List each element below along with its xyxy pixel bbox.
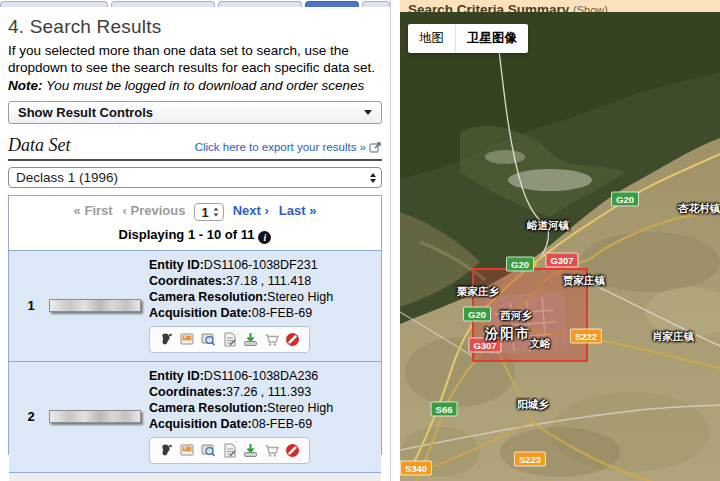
map-type-control: 地图 卫星图像 xyxy=(408,24,528,53)
acquisition-date-label: Acquisition Date: xyxy=(149,417,252,431)
road-shield: S223 xyxy=(514,452,546,467)
coordinates-value: 37.18 , 111.418 xyxy=(226,274,311,288)
pagination: « First‹ Previous1Next ›Last » xyxy=(9,196,381,224)
road-shield: G307 xyxy=(545,253,578,268)
road-shield: G20 xyxy=(611,192,639,207)
summary-show-toggle[interactable]: (Show) xyxy=(573,4,608,12)
compare-browse-icon[interactable] xyxy=(200,442,217,459)
satellite-view-button[interactable]: 卫星图像 xyxy=(455,24,528,53)
dataset-divider xyxy=(8,159,382,161)
note-text: You must be logged in to download and or… xyxy=(46,78,364,93)
entity-id-label: Entity ID: xyxy=(149,258,204,272)
road-shield: G20 xyxy=(506,257,534,272)
entity-id-value: DS1106-1038DA236 xyxy=(204,369,318,383)
exclude-scene-icon[interactable] xyxy=(284,442,301,459)
result-controls-label: Show Result Controls xyxy=(18,105,153,120)
page-select-spinner-icon xyxy=(213,207,219,217)
acquisition-date-value: 08-FEB-69 xyxy=(252,417,312,431)
login-note: Note: You must be logged in to download … xyxy=(8,78,382,94)
show-browse-overlay-icon[interactable] xyxy=(179,331,196,348)
camera-resolution-label: Camera Resolution: xyxy=(149,290,267,304)
camera-resolution-value: Stereo High xyxy=(267,401,333,415)
tab-results-active[interactable] xyxy=(305,1,359,7)
step-tabstrip xyxy=(0,0,390,7)
show-browse-overlay-icon[interactable] xyxy=(179,442,196,459)
dataset-select[interactable]: Declass 1 (1996) xyxy=(8,167,382,188)
add-to-cart-icon[interactable] xyxy=(263,331,280,348)
summary-header-title: Search Criteria Summary (Show) xyxy=(408,2,608,12)
tab-data-sets[interactable] xyxy=(111,1,215,7)
results-description: If you selected more than one data set t… xyxy=(8,42,382,76)
map-town-label: 杏花村镇 xyxy=(678,202,720,216)
search-results-panel: 4. Search Results If you selected more t… xyxy=(0,0,391,481)
camera-resolution-label: Camera Resolution: xyxy=(149,401,267,415)
tab-filler xyxy=(362,1,390,7)
download-options-icon[interactable] xyxy=(242,442,259,459)
download-options-icon[interactable] xyxy=(242,331,259,348)
result-index: 1 xyxy=(13,257,49,353)
road-shield: S66 xyxy=(431,402,458,417)
entity-id-label: Entity ID: xyxy=(149,369,204,383)
compare-browse-icon[interactable] xyxy=(200,331,217,348)
pagination-previous: ‹ Previous xyxy=(123,203,186,218)
note-label: Note: xyxy=(8,78,43,93)
result-row-3: Entity ID:DS1106-1038DF230 xyxy=(9,472,381,481)
tab-search-criteria[interactable] xyxy=(0,1,108,7)
scene-thumbnail[interactable] xyxy=(49,299,141,312)
map-town-label: 肖家庄镇 xyxy=(652,330,694,344)
search-criteria-summary-header: Search Criteria Summary (Show) xyxy=(400,0,720,12)
scene-toolbar xyxy=(149,326,310,353)
displaying-count: Displaying 1 - 10 of 11i xyxy=(9,224,381,250)
coordinates-label: Coordinates: xyxy=(149,274,226,288)
earthexplorer-app: 4. Search Results If you selected more t… xyxy=(0,0,720,481)
map-town-label: 贾家庄镇 xyxy=(563,274,605,288)
result-row-1: 1 Entity ID:DS1106-1038DF231 Coordinates… xyxy=(9,250,381,361)
result-index: 2 xyxy=(13,368,49,464)
add-to-cart-icon[interactable] xyxy=(263,442,280,459)
coordinates-value: 37.26 , 111.393 xyxy=(226,385,311,399)
export-link-text: Click here to export your results » xyxy=(195,141,366,153)
map-town-label: 西河乡 xyxy=(500,309,532,323)
result-row-2: 2 Entity ID:DS1106-1038DA236 Coordinates… xyxy=(9,361,381,472)
show-result-controls-dropdown[interactable]: Show Result Controls xyxy=(8,101,382,124)
camera-resolution-value: Stereo High xyxy=(267,290,333,304)
acquisition-date-label: Acquisition Date: xyxy=(149,306,252,320)
map-city-label: 汾阳市 xyxy=(485,325,532,343)
footprint-icon[interactable] xyxy=(158,331,175,348)
map-panel: Search Criteria Summary (Show) xyxy=(400,0,720,481)
coordinates-label: Coordinates: xyxy=(149,385,226,399)
tab-additional-criteria[interactable] xyxy=(218,1,302,7)
show-metadata-icon[interactable] xyxy=(221,442,238,459)
exclude-scene-icon[interactable] xyxy=(284,331,301,348)
page-number-select[interactable]: 1 xyxy=(194,203,223,221)
map-town-label: 文峪 xyxy=(530,337,551,351)
dataset-selected-value: Declass 1 (1996) xyxy=(16,170,118,185)
info-icon[interactable]: i xyxy=(258,231,271,244)
show-metadata-icon[interactable] xyxy=(221,331,238,348)
pagination-last[interactable]: Last » xyxy=(279,203,317,218)
map-view-button[interactable]: 地图 xyxy=(408,24,455,53)
road-shield: S222 xyxy=(570,329,602,344)
acquisition-date-value: 08-FEB-69 xyxy=(252,306,312,320)
entity-id-value: DS1106-1038DF231 xyxy=(204,258,318,272)
select-spinner-icon xyxy=(370,173,376,183)
external-link-icon xyxy=(369,141,382,154)
chevron-down-icon xyxy=(364,110,372,115)
map-town-label: 栗家庄乡 xyxy=(457,285,499,299)
page-number: 1 xyxy=(201,205,208,220)
dataset-heading: Data Set xyxy=(8,135,71,156)
road-shield: S340 xyxy=(400,461,432,476)
footprint-icon[interactable] xyxy=(158,442,175,459)
pagination-first: « First xyxy=(74,203,113,218)
export-results-link[interactable]: Click here to export your results » xyxy=(195,141,382,154)
results-list: « First‹ Previous1Next ›Last » Displayin… xyxy=(8,195,382,455)
map-town-label: 峪道河镇 xyxy=(527,219,569,233)
road-shield: G20 xyxy=(463,307,491,322)
satellite-map[interactable]: G20 G307 G20 G20 G307 S222 S66 S223 S340… xyxy=(400,12,720,481)
page-title: 4. Search Results xyxy=(8,16,382,38)
pagination-next[interactable]: Next › xyxy=(233,203,269,218)
scene-thumbnail[interactable] xyxy=(49,410,141,423)
scene-toolbar xyxy=(149,437,310,464)
map-town-label: 阳城乡 xyxy=(517,398,549,412)
